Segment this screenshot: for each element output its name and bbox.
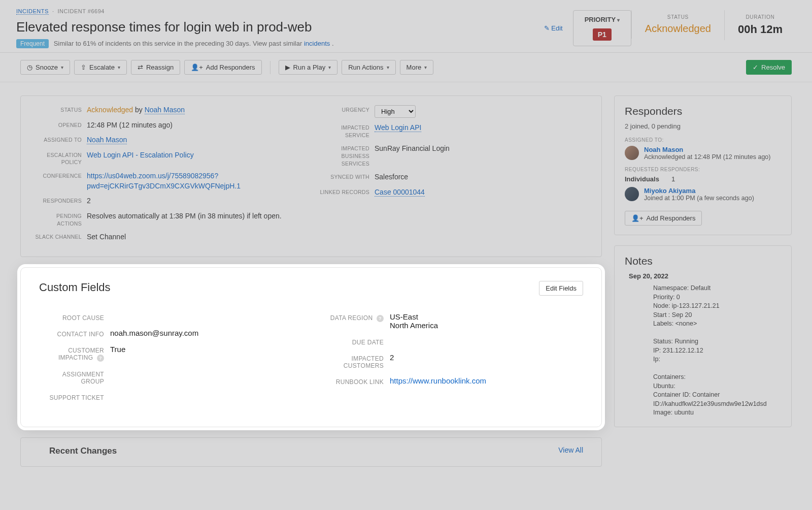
runbook-link[interactable]: https://www.runbooklink.com [390,376,486,385]
responder-name-link[interactable]: Miyoko Akiyama [644,187,695,195]
resolve-button[interactable]: ✓Resolve [746,60,792,75]
status-box: STATUS Acknowledged [631,10,724,39]
clock-icon: ◷ [27,63,32,71]
recent-changes-panel: View All Recent Changes [20,437,602,467]
notes-panel: Notes Sep 20, 2022 Namespace: DefaultPri… [614,245,792,427]
custom-fields-title: Custom Fields [39,281,111,294]
add-user-icon: 👤+ [191,63,203,71]
responders-title: Responders [625,105,781,117]
breadcrumb: INCIDENTS · INCIDENT #6694 [16,8,544,14]
help-icon[interactable]: ? [97,355,104,362]
edit-button[interactable]: ✎ Edit [544,24,563,32]
notes-title: Notes [625,255,781,267]
support-ticket-value [110,392,303,401]
responder-name-link[interactable]: Noah Mason [644,146,683,153]
pending-actions-value: Resolves automatically at 1:38 PM (in 38… [87,211,303,227]
impacted-customers-value: 2 [390,353,583,369]
similar-text: Similar to 61% of incidents on this serv… [54,40,304,47]
responders-panel: Responders 2 joined, 0 pending ASSIGNED … [614,95,792,235]
avatar [625,146,639,160]
impacted-business-value: SunRay Financial Login [375,144,591,167]
up-icon: ⇧ [81,63,86,71]
escalation-policy-link[interactable]: Web Login API - Escalation Policy [87,151,194,159]
incident-header: INCIDENTS · INCIDENT #6694 Elevated resp… [0,0,812,53]
play-icon: ▶ [285,63,290,71]
slack-channel-value[interactable]: Set Channel [87,232,303,242]
action-bar: ◷Snooze ⇧Escalate ⇄Reassign 👤+Add Respon… [0,53,812,82]
snooze-button[interactable]: ◷Snooze [20,60,70,75]
frequent-badge: Frequent [16,39,49,48]
more-button[interactable]: More [400,60,434,75]
root-cause-value [110,312,303,322]
breadcrumb-root[interactable]: INCIDENTS [16,8,49,15]
add-user-icon: 👤+ [631,214,644,222]
responder-meta: Acknowledged at 12:48 PM (12 minutes ago… [644,153,770,161]
edit-fields-button[interactable]: Edit Fields [539,281,583,296]
urgency-select[interactable]: High [375,105,416,118]
past-incidents-link[interactable]: incidents [304,40,330,47]
check-icon: ✓ [753,63,758,71]
status-value: Acknowledged [645,23,711,35]
breadcrumb-current: INCIDENT #6694 [58,8,105,14]
conference-link[interactable]: https://us04web.zoom.us/j/75589082956?pw… [87,172,241,190]
detail-status: Acknowledged [87,106,133,114]
priority-dropdown[interactable]: PRIORITY [585,16,620,23]
details-panel: STATUS Acknowledged by Noah Mason OPENED… [20,95,602,257]
add-responders-button[interactable]: 👤+Add Responders [184,60,261,75]
customer-impacting-value: True [110,345,303,362]
duration-value: 00h 12m [738,23,783,36]
impacted-service-link[interactable]: Web Login API [375,123,421,132]
contact-info-value: noah.mason@sunray.com [110,329,303,338]
synced-with-value: Salesforce [375,172,591,182]
responders-summary: 2 joined, 0 pending [625,122,781,130]
priority-box[interactable]: PRIORITY P1 [573,10,631,46]
assigned-user-link[interactable]: Noah Mason [87,136,127,144]
responders-count: 2 [87,196,303,206]
page-title: Elevated response times for login web in… [16,19,544,35]
assignment-group-value [110,369,303,385]
view-all-link[interactable]: View All [558,446,601,454]
data-region-value: US-East North America [390,312,583,330]
run-actions-button[interactable]: Run Actions [342,60,395,75]
linked-record-link[interactable]: Case 00001044 [375,188,425,197]
due-date-value [390,337,583,346]
notes-date: Sep 20, 2022 [629,272,781,280]
run-play-button[interactable]: ▶Run a Play [279,60,338,75]
custom-fields-panel: Custom Fields Edit Fields ROOT CAUSE CON… [20,267,602,427]
help-icon[interactable]: ? [377,315,384,322]
opened-value: 12:48 PM (12 minutes ago) [87,120,303,131]
add-responders-side-button[interactable]: 👤+ Add Responders [625,211,702,226]
priority-badge: P1 [593,28,612,41]
recent-changes-title: Recent Changes [21,438,601,456]
pencil-icon: ✎ [544,24,550,32]
note-body: Namespace: DefaultPriority: 0Node: ip-12… [625,284,781,418]
duration-box: DURATION 00h 12m [724,10,796,40]
swap-icon: ⇄ [138,63,143,71]
escalate-button[interactable]: ⇧Escalate [74,60,127,75]
avatar [625,187,639,201]
ack-user-link[interactable]: Noah Mason [145,106,185,114]
responder-meta: Joined at 1:00 PM (a few seconds ago) [644,195,754,202]
reassign-button[interactable]: ⇄Reassign [131,60,180,75]
